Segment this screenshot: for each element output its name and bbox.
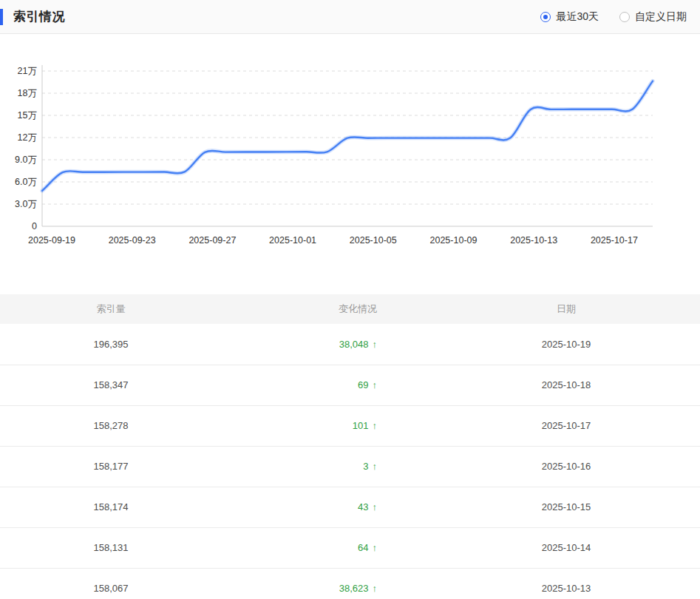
y-tick-label: 3.0万 — [15, 199, 37, 209]
change-value: 38,048 — [339, 339, 369, 350]
date-cell: 2025-10-16 — [432, 446, 700, 487]
change-cell: 69↑ — [222, 365, 432, 405]
radio-unselected-icon — [619, 12, 630, 22]
change-value: 43 — [358, 501, 368, 512]
x-tick-label: 2025-10-13 — [510, 235, 557, 246]
change-cell: 38,623↑ — [222, 568, 432, 599]
index-volume-cell: 158,177 — [0, 446, 222, 487]
radio-option-label: 自定义日期 — [635, 10, 687, 24]
table-row: 158,17443↑2025-10-15 — [0, 487, 700, 527]
x-tick-label: 2025-10-09 — [430, 235, 478, 246]
table-body: 196,39538,048↑2025-10-19158,34769↑2025-1… — [0, 324, 700, 599]
radio-option-last-30-days[interactable]: 最近30天 — [540, 10, 599, 24]
y-tick-label: 12万 — [18, 132, 37, 143]
date-cell: 2025-10-15 — [432, 487, 700, 527]
index-volume-cell: 158,347 — [0, 365, 222, 405]
date-cell: 2025-10-19 — [432, 324, 700, 365]
index-volume-cell: 158,278 — [0, 405, 222, 446]
x-tick-label: 2025-09-27 — [188, 235, 236, 246]
panel-title-wrap: 索引情况 — [0, 8, 65, 25]
table-row: 158,1773↑2025-10-16 — [0, 446, 700, 487]
panel-header: 索引情况 最近30天自定义日期 — [0, 0, 700, 34]
x-tick-label: 2025-10-17 — [591, 235, 638, 246]
up-arrow-icon: ↑ — [373, 461, 378, 472]
index-volume-cell: 158,174 — [0, 487, 222, 527]
index-data-table: 索引量 变化情况 日期 196,39538,048↑2025-10-19158,… — [0, 294, 700, 599]
up-arrow-icon: ↑ — [373, 339, 378, 350]
title-accent-bar — [0, 9, 3, 25]
y-tick-label: 21万 — [18, 66, 37, 76]
table-row: 158,06738,623↑2025-10-13 — [0, 568, 700, 599]
y-tick-label: 6.0万 — [15, 177, 37, 187]
radio-option-custom-date[interactable]: 自定义日期 — [619, 10, 687, 24]
change-cell: 38,048↑ — [222, 324, 432, 365]
radio-option-label: 最近30天 — [556, 10, 599, 24]
date-cell: 2025-10-14 — [432, 527, 700, 568]
y-tick-label: 15万 — [18, 110, 37, 121]
y-tick-label: 0 — [32, 221, 37, 231]
date-cell: 2025-10-13 — [432, 568, 700, 599]
column-header-index-volume: 索引量 — [0, 294, 222, 324]
x-tick-label: 2025-10-05 — [350, 235, 397, 246]
page-title: 索引情况 — [13, 8, 65, 25]
change-cell: 64↑ — [222, 527, 432, 568]
up-arrow-icon: ↑ — [373, 542, 378, 553]
radio-selected-icon — [540, 12, 551, 22]
x-tick-label: 2025-09-23 — [109, 235, 156, 246]
column-header-date: 日期 — [432, 294, 700, 324]
change-cell: 3↑ — [222, 446, 432, 487]
table-row: 158,13164↑2025-10-14 — [0, 527, 700, 568]
up-arrow-icon: ↑ — [373, 501, 378, 512]
column-header-change: 变化情况 — [222, 294, 432, 324]
change-cell: 101↑ — [222, 405, 432, 446]
change-cell: 43↑ — [222, 487, 432, 527]
trend-line — [42, 81, 653, 191]
up-arrow-icon: ↑ — [373, 583, 378, 594]
x-tick-label: 2025-09-19 — [28, 235, 75, 246]
index-volume-cell: 158,067 — [0, 568, 222, 599]
change-value: 38,623 — [339, 583, 369, 594]
change-value: 64 — [358, 542, 368, 553]
date-range-radio-group: 最近30天自定义日期 — [540, 10, 687, 24]
x-tick-label: 2025-10-01 — [269, 235, 316, 246]
y-tick-label: 9.0万 — [15, 155, 37, 165]
index-trend-chart: 21万18万15万12万9.0万6.0万3.0万02025-09-192025-… — [0, 59, 700, 259]
date-cell: 2025-10-18 — [432, 365, 700, 405]
date-cell: 2025-10-17 — [432, 405, 700, 446]
up-arrow-icon: ↑ — [373, 379, 378, 390]
change-value: 69 — [358, 379, 368, 390]
table-row: 196,39538,048↑2025-10-19 — [0, 324, 700, 365]
change-value: 101 — [353, 420, 369, 431]
y-axis-labels: 21万18万15万12万9.0万6.0万3.0万0 — [15, 66, 37, 231]
x-axis-labels: 2025-09-192025-09-232025-09-272025-10-01… — [28, 235, 638, 246]
change-value: 3 — [363, 461, 368, 472]
table-row: 158,278101↑2025-10-17 — [0, 405, 700, 446]
table-row: 158,34769↑2025-10-18 — [0, 365, 700, 405]
y-tick-label: 18万 — [18, 88, 37, 98]
trend-line-halo — [42, 81, 653, 191]
index-volume-cell: 196,395 — [0, 324, 222, 365]
up-arrow-icon: ↑ — [373, 420, 378, 431]
table-header: 索引量 变化情况 日期 — [0, 294, 700, 324]
index-volume-cell: 158,131 — [0, 527, 222, 568]
